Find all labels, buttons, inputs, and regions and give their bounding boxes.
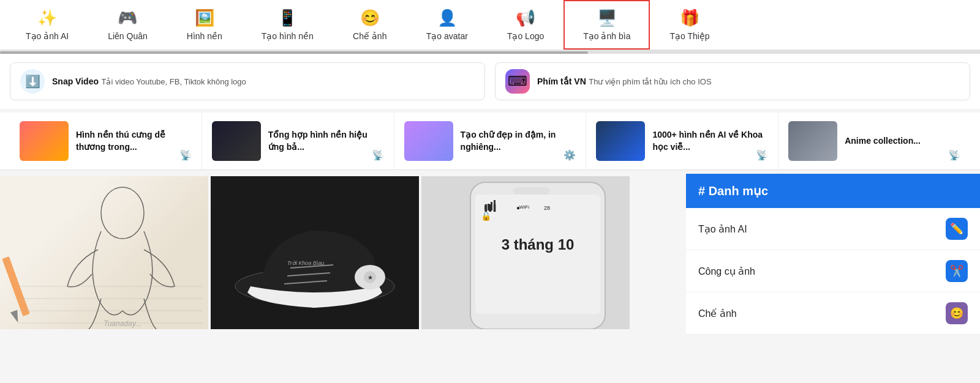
- article-title-anime-extra: Anime collection...: [845, 135, 921, 147]
- phim-tat-card[interactable]: ⌨ Phím tắt VN Thư viện phím tắt hữu ích …: [495, 62, 970, 100]
- shoe-image[interactable]: ★ Trời Khoa Bìau: [211, 176, 419, 329]
- tab-icon-hinh-nen: 🖼️: [195, 9, 214, 28]
- article-icon-tao-chu-dep: ⚙️: [564, 149, 576, 161]
- article-info-hinh-nen-thu-cung: Hình nền thú cưng dễ thương trong...: [76, 129, 192, 153]
- article-icon-hinh-nen-ai: 📡: [756, 149, 768, 161]
- sidebar-item-0[interactable]: Tạo ảnh AI ✏️: [686, 208, 980, 250]
- article-icon-hinh-nen-thu-cung: 📡: [179, 149, 192, 161]
- article-card-tao-chu-dep[interactable]: Tạo chữ đẹp in đậm, in nghiêng... ⚙️: [394, 113, 587, 169]
- tab-icon-tao-avatar: 👤: [437, 9, 457, 28]
- tab-icon-tao-logo: 📢: [516, 9, 535, 28]
- article-info-tong-hop-hinh-nen: Tổng hợp hình nền hiệu ứng bả...: [268, 129, 384, 153]
- sidebar-item-2[interactable]: Chế ảnh 😊: [686, 292, 980, 335]
- svg-rect-27: [491, 202, 492, 210]
- sidebar-item-badge-1: ✂️: [946, 260, 968, 282]
- promo-row: ⬇️ Snap Video Tải video Youtube, FB, Tik…: [0, 54, 980, 109]
- svg-text:3 tháng 10: 3 tháng 10: [502, 236, 575, 253]
- sidebar-item-badge-2: 😊: [946, 302, 968, 324]
- danh-muc-title: # Danh mục: [698, 184, 768, 198]
- phim-tat-icon: ⌨: [505, 69, 530, 94]
- article-thumb-hinh-nen-ai: [596, 121, 645, 161]
- article-info-tao-chu-dep: Tạo chữ đẹp in đậm, in nghiêng...: [461, 129, 576, 153]
- tab-label-tao-avatar: Tạo avatar: [426, 31, 468, 41]
- svg-rect-28: [494, 200, 496, 210]
- snap-video-desc: Tải video Youtube, FB, Tiktok không logo: [101, 77, 246, 86]
- tab-icon-lien-quan: 🎮: [118, 9, 137, 28]
- tab-icon-tao-hinh-nen: 📱: [277, 9, 297, 28]
- sidebar-items: Tạo ảnh AI ✏️ Công cụ ảnh ✂️ Chế ảnh 😊: [686, 208, 980, 335]
- svg-rect-25: [484, 206, 486, 210]
- nav-tab-tao-anh-ai[interactable]: ✨ Tạo ảnh AI: [6, 0, 88, 50]
- nav-tab-tao-hinh-nen[interactable]: 📱 Tạo hình nền: [242, 0, 333, 50]
- snap-video-card[interactable]: ⬇️ Snap Video Tải video Youtube, FB, Tik…: [10, 62, 485, 100]
- article-card-hinh-nen-ai[interactable]: 1000+ hình nền AI về Khoa học viễ... 📡: [586, 113, 778, 169]
- article-thumb-tao-chu-dep: [404, 121, 453, 161]
- nav-tab-che-anh[interactable]: 😊 Chế ảnh: [333, 0, 407, 50]
- tab-label-che-anh: Chế ảnh: [353, 31, 386, 41]
- tab-label-tao-hinh-nen: Tạo hình nền: [262, 31, 314, 41]
- tab-label-tao-thiep: Tạo Thiệp: [669, 31, 709, 41]
- svg-marker-1: [10, 310, 21, 324]
- tab-icon-tao-thiep: 🎁: [680, 9, 699, 28]
- svg-rect-26: [488, 204, 489, 210]
- article-icon-anime-extra: 📡: [948, 149, 960, 161]
- tab-label-lien-quan: Liên Quân: [108, 31, 148, 41]
- nav-tabs-container: ✨ Tạo ảnh AI 🎮 Liên Quân 🖼️ Hình nền 📱 T…: [0, 0, 980, 51]
- tab-label-tao-logo: Tạo Logo: [507, 31, 544, 41]
- sidebar-item-badge-0: ✏️: [946, 218, 968, 240]
- sidebar-item-label-1: Công cụ ảnh: [698, 266, 755, 277]
- article-title-tong-hop-hinh-nen: Tổng hợp hình nền hiệu ứng bả...: [268, 129, 384, 153]
- snap-video-text: Snap Video Tải video Youtube, FB, Tiktok…: [52, 76, 246, 87]
- svg-text:Trời Khoa Bìau: Trời Khoa Bìau: [287, 260, 324, 266]
- nav-tab-tao-logo[interactable]: 📢 Tạo Logo: [488, 0, 564, 50]
- article-thumb-hinh-nen-thu-cung: [20, 121, 69, 161]
- sidebar-header: # Danh mục: [686, 174, 980, 208]
- articles-row: Hình nền thú cưng dễ thương trong... 📡 T…: [0, 113, 980, 170]
- article-info-anime-extra: Anime collection...: [845, 135, 921, 147]
- snap-video-icon: ⬇️: [20, 69, 45, 94]
- sidebar: # Danh mục Tạo ảnh AI ✏️ Công cụ ảnh ✂️ …: [686, 174, 980, 335]
- nav-tab-lien-quan[interactable]: 🎮 Liên Quân: [88, 0, 167, 50]
- tab-label-tao-anh-bia: Tạo ảnh bìa: [583, 31, 630, 41]
- phim-tat-desc: Thư viện phím tắt hữu ích cho IOS: [589, 77, 711, 86]
- sidebar-item-1[interactable]: Công cụ ảnh ✂️: [686, 250, 980, 292]
- sidebar-item-label-2: Chế ảnh: [698, 308, 737, 319]
- article-title-hinh-nen-thu-cung: Hình nền thú cưng dễ thương trong...: [76, 129, 192, 153]
- svg-point-2: [101, 187, 144, 239]
- sidebar-item-label-0: Tạo ảnh AI: [698, 223, 747, 235]
- phone-image[interactable]: ▐▐▐ ● 28 WiFi 🔒 3 tháng 10: [421, 176, 630, 329]
- image-grid: Tuanaday...: [0, 174, 686, 335]
- nav-tab-tao-thiep[interactable]: 🎁 Tạo Thiệp: [650, 0, 729, 50]
- nav-tab-hinh-nen[interactable]: 🖼️ Hình nền: [167, 0, 242, 50]
- tab-icon-tao-anh-ai: ✨: [37, 9, 57, 28]
- article-card-tong-hop-hinh-nen[interactable]: Tổng hợp hình nền hiệu ứng bả... 📡: [202, 113, 394, 169]
- article-title-hinh-nen-ai: 1000+ hình nền AI về Khoa học viễ...: [652, 129, 768, 153]
- tab-label-hinh-nen: Hình nền: [187, 31, 222, 41]
- nav-tabs: ✨ Tạo ảnh AI 🎮 Liên Quân 🖼️ Hình nền 📱 T…: [0, 0, 980, 50]
- article-info-hinh-nen-ai: 1000+ hình nền AI về Khoa học viễ...: [652, 129, 768, 153]
- tab-label-tao-anh-ai: Tạo ảnh AI: [26, 31, 69, 41]
- article-card-anime-extra[interactable]: Anime collection... 📡: [778, 113, 970, 169]
- nav-tab-tao-anh-bia[interactable]: 🖥️ Tạo ảnh bìa: [564, 0, 650, 50]
- article-thumb-tong-hop-hinh-nen: [212, 121, 261, 161]
- main-area: Tuanaday...: [0, 174, 980, 335]
- svg-text:★: ★: [368, 274, 373, 281]
- svg-rect-19: [475, 195, 600, 314]
- phim-tat-title: Phím tắt VN: [537, 76, 586, 86]
- pencil-image[interactable]: Tuanaday...: [0, 176, 208, 329]
- article-title-tao-chu-dep: Tạo chữ đẹp in đậm, in nghiêng...: [461, 129, 576, 153]
- svg-text:WiFi: WiFi: [519, 204, 529, 210]
- tab-icon-tao-anh-bia: 🖥️: [597, 9, 617, 28]
- snap-video-title: Snap Video: [52, 76, 99, 86]
- article-thumb-anime-extra: [788, 121, 837, 161]
- svg-text:Tuanaday...: Tuanaday...: [104, 319, 141, 328]
- svg-text:28: 28: [544, 205, 550, 211]
- svg-text:🔒: 🔒: [481, 211, 492, 221]
- phim-tat-text: Phím tắt VN Thư viện phím tắt hữu ích ch…: [537, 76, 712, 87]
- article-icon-tong-hop-hinh-nen: 📡: [372, 149, 384, 161]
- svg-rect-30: [513, 187, 550, 195]
- nav-tab-tao-avatar[interactable]: 👤 Tạo avatar: [407, 0, 488, 50]
- tab-icon-che-anh: 😊: [360, 9, 380, 28]
- article-card-hinh-nen-thu-cung[interactable]: Hình nền thú cưng dễ thương trong... 📡: [10, 113, 202, 169]
